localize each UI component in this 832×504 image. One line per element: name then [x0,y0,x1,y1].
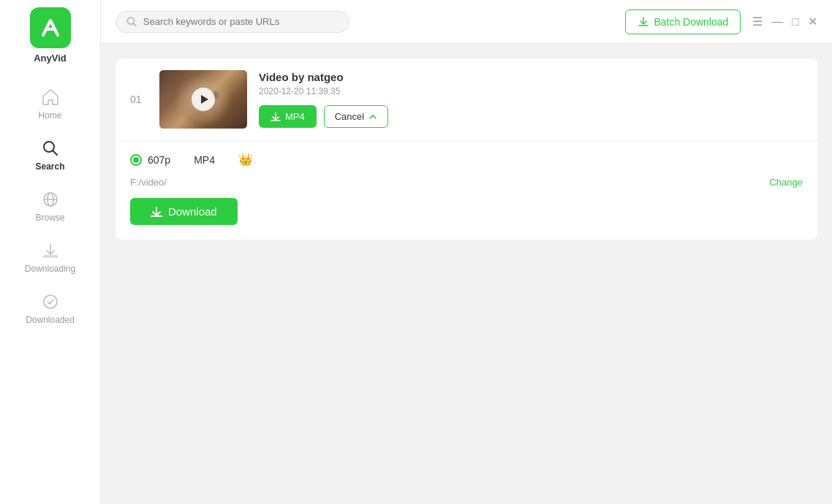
browse-icon [40,189,61,210]
card-actions: MP4 Cancel [259,105,803,128]
batch-download-label: Batch Download [654,16,728,28]
video-title: Video by natgeo [259,71,803,83]
resolution-radio[interactable] [130,154,142,166]
search-nav-icon [40,138,61,159]
search-label: Search [35,161,64,172]
content-area: 01 Video by natgeo 2020-12-20 11:39:35 [101,44,832,504]
downloaded-label: Downloaded [26,315,75,325]
menu-icon[interactable]: ☰ [752,16,763,28]
mp4-label: MP4 [285,111,305,122]
card-top: 01 Video by natgeo 2020-12-20 11:39:35 [116,58,817,141]
resolution-option[interactable]: 607p [130,154,170,166]
app-logo [30,7,71,48]
header-right: Batch Download ☰ — □ ✕ [625,9,817,34]
sidebar-item-home[interactable]: Home [0,78,100,129]
search-input[interactable] [143,16,339,27]
play-button[interactable] [192,88,215,111]
format-row: 607p MP4 👑 [130,153,803,167]
download-icon [151,206,162,218]
save-row: F:/video/ Change [130,177,803,188]
video-date: 2020-12-20 11:39:35 [259,86,803,96]
maximize-button[interactable]: □ [792,16,799,28]
batch-download-icon [638,16,649,28]
header: Batch Download ☰ — □ ✕ [101,0,832,44]
svg-point-4 [44,295,57,308]
card-number: 01 [130,93,148,105]
window-controls: ☰ — □ ✕ [752,16,817,28]
sidebar: AnyVid Home Search Browse [0,0,101,504]
main-content: Batch Download ☰ — □ ✕ 01 Video by n [101,0,832,504]
save-path: F:/video/ [130,177,167,188]
home-label: Home [38,110,61,121]
search-icon [126,16,137,28]
close-button[interactable]: ✕ [808,16,817,28]
search-bar[interactable] [116,11,349,33]
downloading-label: Downloading [25,264,75,274]
download-button[interactable]: Download [130,198,238,225]
browse-label: Browse [35,213,64,223]
downloaded-icon [40,291,61,312]
sidebar-item-downloading[interactable]: Downloading [0,232,100,283]
svg-rect-3 [44,256,57,257]
download-arrow-icon [271,112,281,122]
sidebar-item-search[interactable]: Search [0,129,100,180]
download-label: Download [168,205,217,218]
batch-download-button[interactable]: Batch Download [625,9,741,34]
resolution-value: 607p [148,154,170,166]
sidebar-item-downloaded[interactable]: Downloaded [0,283,100,334]
chevron-up-icon [368,112,377,121]
video-card: 01 Video by natgeo 2020-12-20 11:39:35 [116,58,817,240]
video-info: Video by natgeo 2020-12-20 11:39:35 MP4 … [259,71,803,128]
sidebar-item-browse[interactable]: Browse [0,180,100,232]
app-name: AnyVid [34,53,67,64]
cancel-button[interactable]: Cancel [324,105,388,128]
change-link[interactable]: Change [769,177,803,188]
home-icon [40,87,61,107]
downloading-icon [40,240,61,261]
format-type: MP4 [194,154,215,166]
video-thumbnail[interactable] [159,70,247,129]
logo-area: AnyVid [30,7,71,64]
crown-icon: 👑 [238,153,253,167]
cancel-label: Cancel [335,111,364,122]
card-bottom: 607p MP4 👑 F:/video/ Change Download [116,141,817,240]
minimize-button[interactable]: — [771,16,783,28]
mp4-button[interactable]: MP4 [259,105,317,128]
